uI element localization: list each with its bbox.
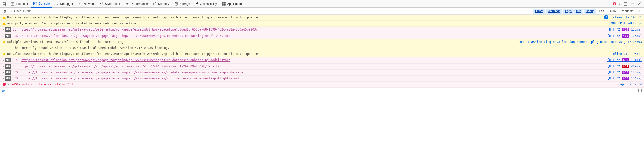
message-text: Multiple versions of FeatureGateClients … [7, 40, 515, 44]
console-row[interactable]: ▸XHRGEThttps://thomasz.atlassian.net/gat… [0, 64, 644, 70]
svg-rect-1 [11, 2, 14, 5]
request-url[interactable]: https://thomasz.atlassian.net/gateway/ap… [20, 64, 604, 69]
http-status[interactable]: [HTTP/2 409 123ms] [607, 70, 642, 75]
filter-errors[interactable]: Errors [533, 9, 545, 14]
tab-performance[interactable]: Performance [123, 0, 150, 8]
http-method: POST [13, 58, 20, 63]
svg-rect-16 [4, 18, 4, 18]
warning-icon [2, 16, 6, 19]
tab-label: Style Editor [105, 2, 120, 6]
http-status[interactable]: [HTTP/2 409 114ms] [607, 76, 642, 81]
svg-rect-20 [4, 42, 4, 43]
filter-input[interactable] [13, 8, 533, 14]
request-url[interactable]: https://thomasz.atlassian.net/gateway/ap… [21, 70, 604, 75]
pick-element-icon[interactable] [1, 1, 8, 7]
console-row-sub: The currently bound version is 0.0.0-use… [0, 45, 644, 51]
source-link[interactable]: Api.ts:47:14 [620, 82, 642, 87]
tab-label: Memory [158, 2, 169, 6]
filter-info[interactable]: Info [574, 9, 583, 14]
tab-memory[interactable]: Memory [150, 0, 172, 8]
svg-rect-10 [624, 2, 627, 5]
warning-icon [2, 40, 6, 44]
http-method: POST [13, 34, 20, 38]
http-method: POST [13, 76, 20, 81]
source-link[interactable]: 56988.6KJldxdEIW.js [608, 21, 642, 26]
message-text: BadStatusError: Received status 401 [10, 82, 617, 87]
svg-rect-6 [222, 2, 223, 3]
expand-caret[interactable]: ▸ [2, 70, 5, 75]
tab-inspector[interactable]: Inspector [8, 0, 31, 8]
filter-requests[interactable]: Requests [619, 9, 635, 14]
filter-warnings[interactable]: Warnings [546, 9, 562, 14]
expand-caret[interactable]: ▸ [7, 82, 10, 87]
xhr-badge: XHR [5, 27, 11, 32]
http-status[interactable]: [HTTP/2 404 135ms] [607, 27, 642, 32]
source-link[interactable]: client.ts:193:11 [613, 15, 642, 20]
warning-icon [2, 52, 6, 56]
xhr-badge: XHR [5, 70, 11, 75]
tab-label: Debugger [60, 2, 73, 6]
http-method: POST [13, 70, 20, 75]
tab-label: Inspector [16, 2, 28, 6]
svg-point-13 [633, 3, 634, 4]
tab-network[interactable]: Network [76, 0, 97, 8]
tab-style-editor[interactable]: Style Editor [97, 0, 123, 8]
filter-debug[interactable]: Debug [584, 9, 596, 14]
dock-side-icon[interactable] [622, 1, 629, 7]
clear-console-icon[interactable] [2, 8, 8, 14]
svg-rect-22 [4, 55, 4, 55]
tab-accessibility[interactable]: Accessibility [193, 0, 219, 8]
console-row[interactable]: !▸BadStatusError: Received status 401Api… [0, 82, 644, 88]
filter-css[interactable]: CSS [597, 9, 607, 14]
console-row[interactable]: ▸XHRPOSThttps://thomasz.atlassian.net/ga… [0, 76, 644, 82]
xhr-badge: XHR [5, 76, 11, 81]
input-prompt-icon: ≫ [2, 89, 5, 93]
message-text: asm.js type error: Asm.js optimizer disa… [7, 21, 605, 26]
tab-storage[interactable]: Storage [172, 0, 193, 8]
svg-point-4 [175, 2, 178, 3]
console-row[interactable]: ▸XHRGEThttps://thomasz.atlassian.net/gat… [0, 27, 644, 33]
error-count[interactable]: ! 17 [611, 2, 622, 6]
request-url[interactable]: https://thomasz.atlassian.net/gateway/ap… [20, 27, 604, 32]
http-status[interactable]: [HTTP/2 409 125ms] [607, 34, 642, 38]
console-row[interactable]: ▸XHRPOSThttps://thomasz.atlassian.net/ga… [0, 57, 644, 63]
expand-caret[interactable]: ▸ [2, 34, 5, 38]
close-icon[interactable] [636, 1, 643, 7]
expand-caret[interactable]: ▸ [2, 76, 5, 81]
tab-console[interactable]: Console [31, 0, 52, 8]
error-icon: ! [613, 2, 616, 5]
filter-logs[interactable]: Logs [563, 9, 574, 14]
console-row[interactable]: No value associated with the flagKey: co… [0, 15, 644, 21]
expand-caret[interactable]: ▸ [2, 27, 5, 32]
console-row[interactable]: ▸XHRPOSThttps://thomasz.atlassian.net/ga… [0, 33, 644, 39]
request-url[interactable]: https://thomasz.atlassian.net/gateway/ap… [21, 76, 604, 81]
svg-rect-15 [4, 17, 4, 18]
xhr-badge: XHR [5, 34, 11, 38]
http-status[interactable]: [HTTP/2 401 409ms] [607, 64, 642, 69]
tab-label: Console [38, 2, 50, 5]
tab-debugger[interactable]: Debugger [52, 0, 76, 8]
source-link[interactable]: client.ts:193:11 [613, 52, 642, 56]
tab-label: Application [227, 2, 242, 6]
message-text: No value associated with the flagKey: co… [7, 52, 610, 56]
filter-xhr[interactable]: XHR [608, 9, 618, 14]
console-row[interactable]: ▸XHRPOSThttps://thomasz.atlassian.net/ga… [0, 70, 644, 76]
more-menu-icon[interactable] [629, 1, 636, 7]
settings-icon[interactable] [636, 8, 642, 14]
console-input-row: ≫ [0, 88, 644, 94]
tab-application[interactable]: Application [219, 0, 245, 8]
http-status[interactable]: [HTTP/2 409 114ms] [607, 58, 642, 63]
request-url[interactable]: https://thomasz.atlassian.net/gateway/ap… [21, 58, 604, 63]
expand-caret[interactable]: ▸ [2, 58, 5, 63]
console-row[interactable]: Multiple versions of FeatureGateClients … [0, 39, 644, 45]
console-row[interactable]: asm.js type error: Asm.js optimizer disa… [0, 21, 644, 27]
console-row[interactable]: No value associated with the flagKey: co… [0, 51, 644, 57]
tab-label: Accessibility [200, 2, 217, 6]
source-link[interactable]: com.atlassian.plugins.atlassian-connect-… [518, 40, 642, 44]
expand-caret[interactable]: ▸ [2, 64, 5, 69]
request-url[interactable]: https://thomasz.atlassian.net/gateway/ap… [21, 34, 604, 38]
split-editor-icon[interactable] [638, 88, 642, 93]
message-text: The currently bound version is 0.0.0-use… [2, 46, 169, 50]
svg-point-5 [197, 2, 197, 3]
svg-rect-3 [154, 3, 156, 5]
